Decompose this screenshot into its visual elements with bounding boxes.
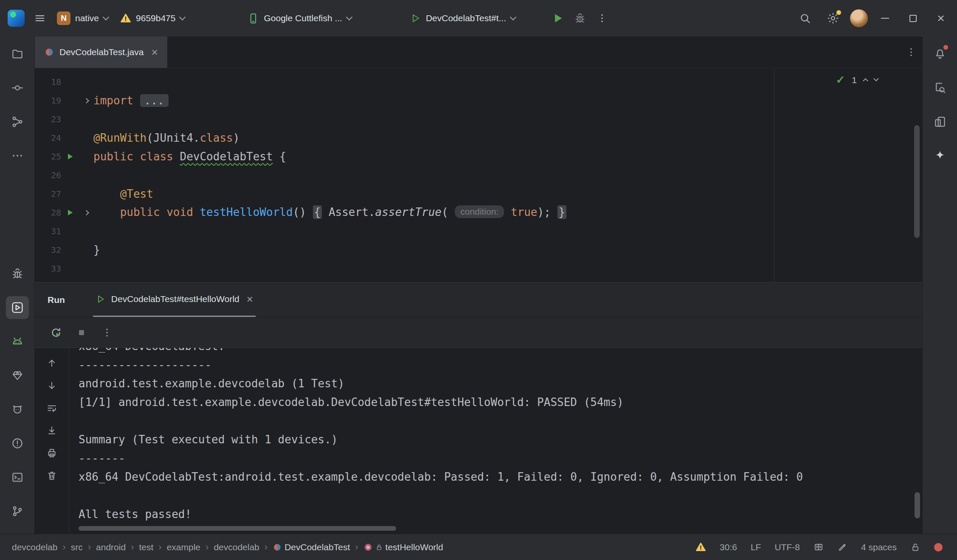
run-tab-close-icon[interactable]: × bbox=[247, 293, 253, 306]
previous-problem-icon[interactable] bbox=[863, 78, 868, 84]
version-control-tool-button[interactable] bbox=[6, 500, 29, 523]
rerun-button[interactable] bbox=[45, 322, 67, 344]
inspection-widget[interactable]: ✓ 1 bbox=[836, 73, 878, 87]
code-text: import ... bbox=[93, 94, 169, 107]
console-line: x86_64 DevCodelabTest: bbox=[79, 348, 922, 356]
method-crumb[interactable]: m testHelloWorld bbox=[363, 542, 443, 552]
run-button[interactable] bbox=[547, 7, 569, 29]
breadcrumb-item[interactable]: test bbox=[139, 542, 153, 552]
minimize-button[interactable] bbox=[874, 7, 896, 29]
tab-close-icon[interactable]: × bbox=[151, 46, 158, 59]
code-line[interactable]: 25public class DevCodelabTest { bbox=[35, 147, 922, 166]
code-editor[interactable]: 1819import ...2324@RunWith(JUnit4.class)… bbox=[35, 68, 922, 282]
run-tool-button[interactable] bbox=[6, 296, 29, 319]
debug-tool-button[interactable] bbox=[6, 262, 29, 285]
run-config-play-icon bbox=[410, 13, 421, 24]
logcat-tool-button[interactable] bbox=[6, 398, 29, 421]
tab-devcodelabtest-java[interactable]: DevCodelabTest.java × bbox=[35, 36, 167, 68]
main-area: DevCodelabTest.java × 1819import ...2324… bbox=[35, 36, 922, 534]
commit-tool-button[interactable] bbox=[6, 76, 29, 99]
gemini-button[interactable] bbox=[929, 144, 951, 167]
code-line[interactable]: 33 bbox=[35, 259, 922, 278]
problems-tool-button[interactable] bbox=[6, 432, 29, 455]
console-line: x86_64 DevCodelabTest:android.test.examp… bbox=[79, 468, 922, 486]
soft-wrap-button[interactable] bbox=[42, 399, 61, 417]
bug-icon bbox=[574, 12, 586, 24]
write-access-widget[interactable] bbox=[910, 542, 920, 552]
console-toolbar bbox=[35, 348, 69, 534]
debug-button[interactable] bbox=[569, 7, 591, 29]
maximize-button[interactable] bbox=[902, 7, 924, 29]
settings-button[interactable] bbox=[822, 7, 844, 29]
svg-text:m: m bbox=[366, 544, 369, 550]
right-tool-strip bbox=[922, 36, 957, 534]
caret-position-widget[interactable]: 30:6 bbox=[720, 542, 737, 552]
project-tool-button[interactable] bbox=[6, 42, 29, 65]
analysis-warning-widget[interactable] bbox=[695, 542, 706, 552]
run-gutter-icon[interactable] bbox=[61, 153, 79, 160]
logcat-android-tool-button[interactable] bbox=[6, 330, 29, 353]
console-horizontal-scrollbar[interactable] bbox=[79, 526, 396, 531]
breadcrumb-item[interactable]: src bbox=[71, 542, 83, 552]
inspection-highlight-widget[interactable] bbox=[837, 542, 847, 552]
code-line[interactable]: 28 public void testHelloWorld() { Assert… bbox=[35, 203, 922, 222]
reader-mode-widget[interactable] bbox=[813, 542, 824, 552]
class-crumb[interactable]: DevCodelabTest bbox=[273, 542, 350, 552]
code-line[interactable]: 19import ... bbox=[35, 91, 922, 110]
run-test-tab[interactable]: DevCodelabTest#testHelloWorld × bbox=[93, 283, 256, 317]
close-icon: × bbox=[937, 12, 945, 25]
tab-options-button[interactable] bbox=[900, 41, 922, 63]
code-line[interactable]: 27 @Test bbox=[35, 185, 922, 203]
console-line: ------- bbox=[79, 449, 922, 468]
code-text: @RunWith(JUnit4.class) bbox=[93, 132, 239, 144]
clear-console-button[interactable] bbox=[42, 466, 61, 485]
breadcrumb-item[interactable]: example bbox=[167, 542, 200, 552]
main-menu-button[interactable] bbox=[29, 7, 51, 29]
line-separator-widget[interactable]: LF bbox=[751, 542, 761, 552]
run-gutter-icon[interactable] bbox=[61, 209, 79, 216]
run-configuration-selector[interactable]: DevCodelabTest#t... bbox=[404, 9, 521, 28]
code-line[interactable]: 32} bbox=[35, 241, 922, 259]
scroll-up-button[interactable] bbox=[42, 354, 61, 372]
console-output[interactable]: x86_64 DevCodelabTest:------------------… bbox=[69, 348, 922, 534]
close-button[interactable]: × bbox=[930, 7, 952, 29]
console-vertical-scrollbar[interactable] bbox=[915, 492, 920, 518]
unlock-icon bbox=[910, 542, 920, 552]
notifications-button[interactable] bbox=[929, 42, 951, 65]
code-line[interactable]: 26 bbox=[35, 166, 922, 185]
code-line[interactable]: 24@RunWith(JUnit4.class) bbox=[35, 129, 922, 147]
code-line[interactable]: 23 bbox=[35, 110, 922, 129]
soft-wrap-icon bbox=[46, 403, 57, 414]
stop-button[interactable] bbox=[70, 322, 93, 344]
next-problem-icon[interactable] bbox=[873, 76, 879, 81]
more-actions-button[interactable] bbox=[591, 7, 613, 29]
device-manager-tool-button[interactable] bbox=[6, 364, 29, 387]
scroll-to-end-button[interactable] bbox=[42, 421, 61, 440]
breadcrumb-item[interactable]: devcodelab bbox=[214, 542, 259, 552]
user-avatar[interactable] bbox=[850, 9, 868, 27]
branch-selector[interactable]: 9659b475 bbox=[114, 9, 191, 28]
indent-widget[interactable]: 4 spaces bbox=[861, 542, 897, 552]
scroll-down-button[interactable] bbox=[42, 376, 61, 395]
fold-arrow-icon[interactable] bbox=[79, 99, 93, 103]
code-line[interactable]: 31 bbox=[35, 222, 922, 241]
terminal-tool-button[interactable] bbox=[6, 466, 29, 489]
fold-arrow-icon[interactable] bbox=[79, 211, 93, 215]
more-tools-button[interactable] bbox=[6, 144, 29, 167]
print-button[interactable] bbox=[42, 444, 61, 462]
breadcrumb-item[interactable]: android bbox=[96, 542, 126, 552]
encoding-widget[interactable]: UTF-8 bbox=[774, 542, 800, 552]
device-selector[interactable]: Google Cuttlefish ... bbox=[242, 9, 357, 28]
run-more-options-button[interactable] bbox=[96, 322, 118, 344]
code-line[interactable]: 18 bbox=[35, 73, 922, 91]
structure-tool-button[interactable] bbox=[6, 110, 29, 133]
running-devices-button[interactable] bbox=[929, 110, 951, 133]
breadcrumb-item[interactable]: devcodelab bbox=[12, 542, 57, 552]
editor-scrollbar[interactable] bbox=[914, 125, 920, 238]
layout-inspector-button[interactable] bbox=[929, 76, 951, 99]
tab-label: DevCodelabTest.java bbox=[59, 47, 144, 57]
project-selector[interactable]: N native bbox=[51, 8, 114, 29]
run-line-icon bbox=[66, 209, 74, 216]
error-notification-badge[interactable] bbox=[934, 543, 943, 552]
search-everywhere-button[interactable] bbox=[794, 7, 816, 29]
